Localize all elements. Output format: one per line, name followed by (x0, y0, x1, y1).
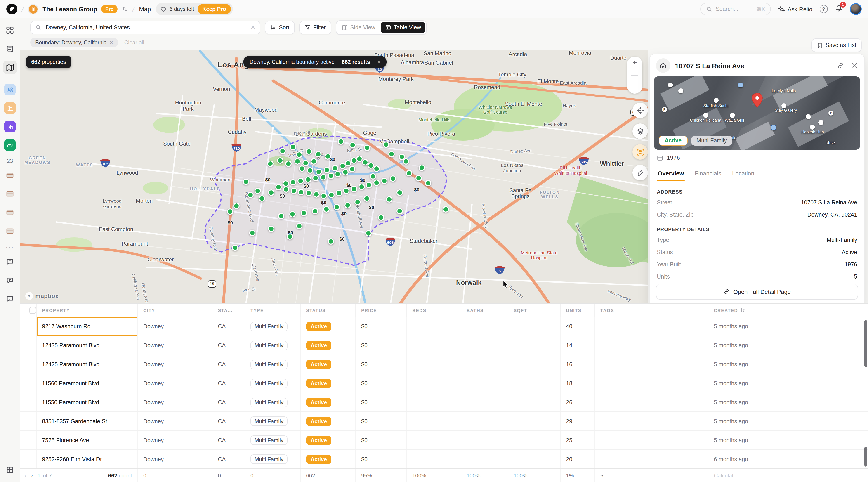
property-marker[interactable] (442, 206, 449, 212)
table-row[interactable]: 12435 Paramount BlvdDowneyCAMulti Family… (20, 336, 868, 355)
property-marker[interactable] (363, 195, 370, 202)
sidebar-item-dashboard[interactable] (3, 24, 17, 37)
property-marker[interactable] (296, 151, 303, 158)
property-marker[interactable] (282, 180, 289, 186)
table-row[interactable]: 7525 Florence AveDowneyCAMulti FamilyAct… (20, 431, 868, 450)
footer-calculate[interactable]: Calculate (708, 469, 868, 482)
property-marker[interactable] (328, 238, 334, 245)
boundary-filter-chip[interactable]: Boundary: Downey, California × (30, 37, 118, 48)
org-switcher-icon[interactable] (122, 6, 128, 12)
property-marker[interactable] (283, 186, 289, 192)
table-row[interactable]: 12425 Paramount BlvdDowneyCAMulti Family… (20, 355, 868, 374)
property-marker[interactable] (294, 158, 301, 164)
save-as-list-button[interactable]: Save as List (811, 38, 862, 52)
sidebar-item-new-note[interactable] (3, 42, 17, 56)
property-marker[interactable] (296, 223, 303, 229)
marker-price-label[interactable]: $0 (346, 182, 351, 188)
property-marker[interactable] (324, 167, 330, 173)
property-marker[interactable] (315, 151, 321, 157)
app-logo-icon[interactable] (6, 4, 17, 14)
property-marker[interactable] (390, 176, 396, 182)
property-marker[interactable] (406, 170, 412, 176)
property-marker[interactable] (255, 188, 261, 194)
col-type[interactable]: TYPE (245, 304, 301, 317)
property-marker[interactable] (418, 164, 425, 171)
table-row[interactable]: 11550 Paramount BlvdDowneyCAMulti Family… (20, 393, 868, 412)
property-satellite-image[interactable]: PP Le My's NailsStay GalleryStarfish Sus… (654, 77, 860, 150)
property-marker[interactable] (425, 180, 431, 186)
property-marker[interactable] (232, 245, 239, 251)
zoom-in-button[interactable]: + (632, 61, 637, 65)
sidebar-item-list-1[interactable] (3, 169, 17, 182)
property-marker[interactable] (289, 211, 296, 218)
table-scrollbar-thumb-bottom[interactable] (864, 447, 867, 466)
property-marker[interactable] (343, 188, 350, 194)
property-marker[interactable] (364, 145, 370, 151)
property-marker[interactable] (276, 184, 282, 190)
location-search-input[interactable] (45, 24, 247, 31)
sidebar-item-chat-3[interactable] (3, 292, 17, 306)
property-marker[interactable] (301, 210, 307, 216)
clear-search-icon[interactable]: ✕ (250, 24, 255, 31)
property-marker[interactable] (389, 151, 395, 157)
marker-price-label[interactable]: $0 (288, 230, 293, 235)
property-marker[interactable] (299, 165, 305, 172)
property-marker[interactable] (267, 161, 274, 167)
property-marker[interactable] (321, 192, 327, 199)
help-button[interactable]: ? (819, 5, 828, 13)
boundary-active-toast[interactable]: Downey, California boundary active 662 r… (243, 56, 387, 68)
notifications-button[interactable]: 1 (835, 4, 843, 14)
org-name[interactable]: The Leeson Group (42, 6, 97, 12)
locate-button[interactable] (632, 103, 648, 118)
tab-overview[interactable]: Overview (657, 165, 685, 181)
col-tags[interactable]: TAGS (595, 304, 708, 317)
ask-relio-button[interactable]: Ask Relio (778, 6, 812, 12)
property-marker[interactable] (313, 191, 319, 198)
zoom-out-button[interactable]: − (632, 85, 637, 90)
property-marker[interactable] (403, 158, 409, 165)
property-marker[interactable] (233, 203, 240, 209)
table-row[interactable]: 9217 Washburn RdDowneyCAMulti FamilyActi… (20, 318, 868, 336)
property-marker[interactable] (335, 171, 341, 178)
property-marker[interactable] (328, 192, 335, 198)
col-baths[interactable]: BATHS (461, 304, 508, 317)
property-marker[interactable] (378, 214, 384, 220)
map-canvas[interactable]: Los AngelesWhittierNorwalkSouth Pasadena… (20, 50, 648, 303)
property-marker[interactable] (362, 159, 368, 165)
tab-location[interactable]: Location (731, 165, 755, 181)
filter-button[interactable]: Filter (299, 21, 331, 34)
property-marker[interactable] (312, 208, 318, 214)
property-marker[interactable] (305, 176, 311, 183)
sidebar-item-list-2[interactable] (3, 187, 17, 201)
boundary-toast-close-icon[interactable]: × (377, 59, 380, 65)
table-view-tab[interactable]: Table View (381, 22, 426, 33)
sidebar-item-contacts[interactable] (3, 83, 17, 96)
col-property[interactable]: PROPERTY (37, 304, 138, 317)
col-city[interactable]: CITY (138, 304, 213, 317)
marker-price-label[interactable]: $0 (341, 211, 346, 216)
property-marker[interactable] (381, 178, 387, 184)
marker-price-label[interactable]: $0 (414, 187, 419, 192)
sidebar-item-apps[interactable] (3, 463, 17, 477)
sidebar-item-map[interactable] (3, 61, 17, 74)
property-marker[interactable] (340, 163, 346, 169)
property-marker[interactable] (298, 178, 304, 184)
col-units[interactable]: UNITS (561, 304, 595, 317)
global-search[interactable]: Search... ⌘K (700, 3, 771, 16)
property-marker[interactable] (290, 188, 297, 194)
marker-price-label[interactable]: $0 (228, 220, 233, 225)
property-marker[interactable] (358, 184, 365, 190)
cell-property[interactable]: 9217 Washburn Rd (37, 318, 138, 336)
clear-all-button[interactable]: Clear all (124, 39, 144, 46)
marker-price-label[interactable]: $0 (266, 177, 271, 182)
sidebar-item-chat-1[interactable] (3, 255, 17, 269)
cell-property[interactable]: 8351-8357 Gardendale St (37, 412, 138, 431)
property-marker[interactable] (328, 173, 334, 179)
table-row[interactable]: 9252-9260 Elm Vista DrDowneyCAMulti Fami… (20, 450, 868, 469)
layers-button[interactable] (632, 123, 648, 139)
sidebar-item-properties[interactable] (3, 101, 17, 115)
property-marker[interactable] (279, 148, 285, 154)
property-marker[interactable] (278, 213, 284, 219)
table-scrollbar-thumb[interactable] (864, 320, 867, 367)
property-marker[interactable] (351, 157, 357, 164)
